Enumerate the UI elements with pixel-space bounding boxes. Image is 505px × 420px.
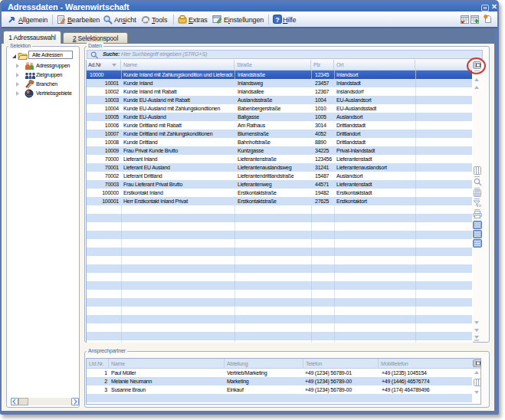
svg-text:?: ? [275,16,280,24]
